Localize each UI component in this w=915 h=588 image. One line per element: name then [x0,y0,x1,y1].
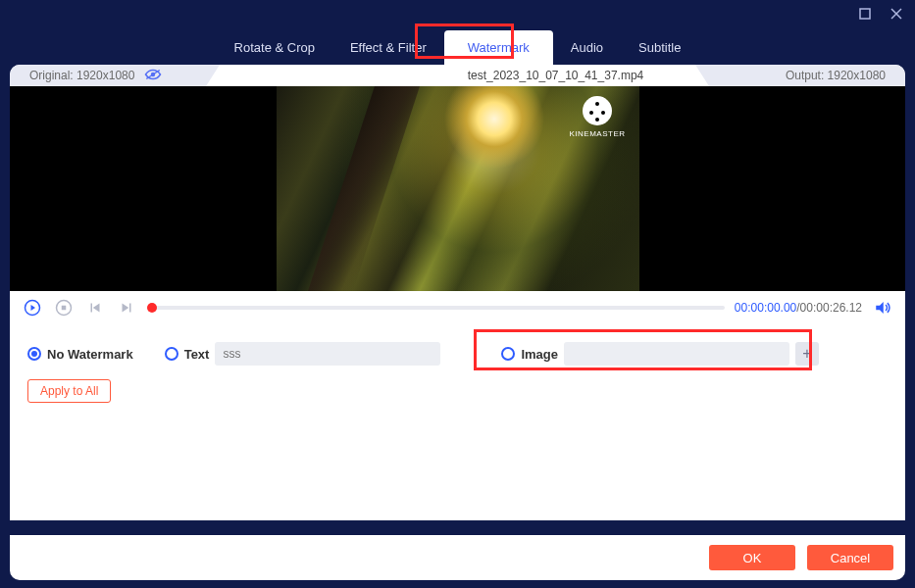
no-watermark-label[interactable]: No Watermark [47,347,133,362]
volume-button[interactable] [872,297,893,318]
stop-icon [55,299,73,317]
video-preview: KINEMASTER [10,86,905,291]
next-icon [118,299,135,317]
stop-button[interactable] [53,297,75,318]
tab-audio[interactable]: Audio [553,30,621,65]
svg-rect-9 [91,304,93,313]
text-watermark-input[interactable] [215,342,440,366]
prev-frame-button[interactable] [84,297,106,318]
volume-icon [874,299,891,317]
svg-marker-13 [876,302,884,314]
svg-marker-10 [93,304,100,313]
next-frame-button[interactable] [116,297,137,318]
maximize-button[interactable] [858,7,872,21]
svg-rect-12 [129,304,131,313]
svg-marker-6 [31,305,36,311]
timeline-slider[interactable] [147,306,725,310]
timecode: 00:00:00.00/00:00:26.12 [735,301,862,315]
highlight-watermark-tab [415,24,514,59]
prev-icon [86,299,104,317]
tab-subtitle[interactable]: Subtitle [621,30,698,65]
kinemaster-icon [583,96,612,125]
time-total: /00:00:26.12 [796,301,862,315]
original-resolution: Original: 1920x1080 [29,69,134,82]
ok-button[interactable]: OK [709,545,795,570]
time-current: 00:00:00.00 [735,301,796,315]
svg-marker-11 [123,304,129,313]
output-resolution: Output: 1920x1080 [786,69,886,82]
close-icon [890,7,903,21]
close-button[interactable] [890,7,903,21]
cancel-button[interactable]: Cancel [807,545,893,570]
svg-rect-0 [860,9,870,19]
maximize-icon [858,7,872,21]
apply-to-all-button[interactable]: Apply to All [27,379,111,403]
kinemaster-label: KINEMASTER [569,129,625,138]
kinemaster-badge: KINEMASTER [569,96,625,138]
timeline-knob[interactable] [147,303,157,313]
text-label[interactable]: Text [184,347,210,362]
play-button[interactable] [22,297,43,318]
svg-rect-8 [62,306,67,311]
tab-rotate-crop[interactable]: Rotate & Crop [217,30,332,65]
highlight-image-option [474,329,812,370]
eye-icon[interactable] [144,68,162,84]
radio-text[interactable] [165,347,178,361]
radio-no-watermark[interactable] [27,347,41,361]
play-icon [24,299,41,317]
preview-image: KINEMASTER [277,86,639,291]
